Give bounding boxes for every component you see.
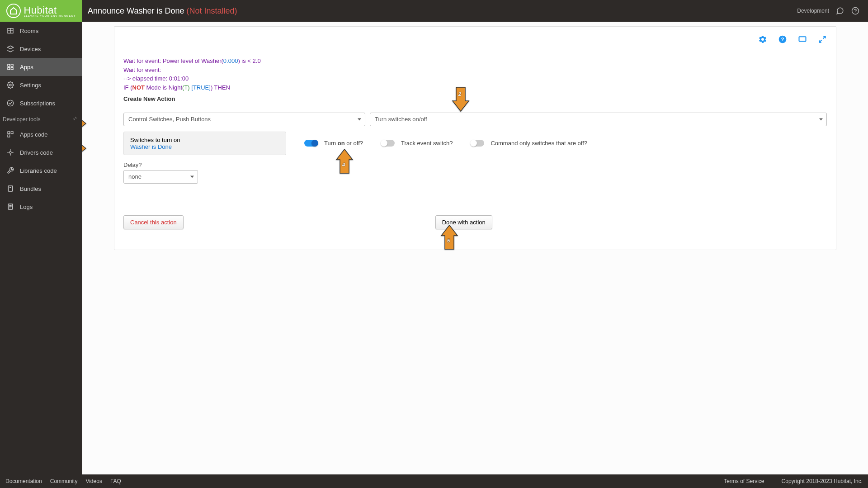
svg-rect-6 [11,64,13,66]
svg-rect-13 [8,135,10,137]
dev-tools-header[interactable]: Developer tools [0,112,82,125]
log-if: IF ( [123,84,132,91]
logs-icon [6,203,14,211]
rooms-icon [6,27,14,35]
logo-subtitle: ELEVATE YOUR ENVIRONMENT [24,14,75,17]
switches-config-row: Switches to turn on Washer is Done Turn … [123,132,827,155]
help-circle-icon[interactable]: ? [778,35,787,44]
main-panel: ? Wait for event: Power level of Washer(… [114,26,836,250]
monitor-icon[interactable] [798,35,807,44]
log-t: (T) [182,84,190,91]
sidebar-item-bundles[interactable]: Bundles [0,180,82,198]
svg-rect-27 [799,37,806,41]
nav-label: Apps code [20,131,47,138]
switches-label: Switches to turn on [130,137,279,143]
sidebar-item-logs[interactable]: Logs [0,198,82,216]
sidebar-item-libraries-code[interactable]: Libraries code [0,161,82,180]
apps-icon [6,63,14,71]
command-only-toggle[interactable] [471,140,484,147]
svg-rect-11 [8,132,10,134]
sidebar-item-apps[interactable]: Apps [0,58,82,76]
sidebar-item-drivers-code[interactable]: Drivers code [0,143,82,161]
nav-label: Settings [20,82,41,89]
section-title: Create New Action [123,95,827,104]
caret-down-icon [190,175,194,178]
subscriptions-icon [6,99,14,107]
caret-down-icon [358,118,361,120]
nav-label: Logs [20,204,33,210]
toolbar: ? [123,35,827,44]
svg-text:?: ? [781,36,784,42]
nav-label: Rooms [20,28,38,34]
cancel-button[interactable]: Cancel this action [123,215,184,229]
log-text: ) is < 2.0 [238,57,260,64]
sidebar-item-rooms[interactable]: Rooms [0,22,82,40]
nav-label: Libraries code [20,167,57,174]
title-text: Announce Washer is Done [88,6,184,15]
install-status: (Not Installed) [186,6,237,15]
turn-on-off-group: Turn on or off? [304,140,363,147]
log-text: --> elapsed time: 0:01:00 [123,74,827,83]
sidebar-item-settings[interactable]: Settings [0,76,82,94]
footer-community[interactable]: Community [50,478,78,484]
svg-rect-7 [8,67,10,70]
chat-icon[interactable] [835,6,844,15]
settings-icon [6,81,14,89]
logo-icon [6,4,21,18]
toggle-label: Track event switch? [401,140,453,147]
on-off-toggle[interactable] [304,140,318,147]
action-buttons: Cancel this action Done with action [123,215,827,229]
header-right: Development [797,6,868,15]
svg-rect-12 [11,132,13,134]
footer: Documentation Community Videos FAQ Terms… [0,474,868,488]
switches-select[interactable]: Switches to turn on Washer is Done [123,132,286,155]
collapse-icon[interactable] [72,116,78,123]
select-value: Control Switches, Push Buttons [128,116,211,123]
footer-documentation[interactable]: Documentation [5,478,42,484]
action-subtype-select[interactable]: Turn switches on/off [370,113,827,126]
annotation-arrow-1: 1 [82,114,87,134]
annotation-arrow-4: 4 [335,148,354,177]
sidebar-item-devices[interactable]: Devices [0,40,82,58]
caret-down-icon [819,118,823,120]
svg-rect-8 [11,67,13,70]
toggle-label: Command only switches that are off? [491,140,587,147]
annotation-arrow-3: 3 [82,139,87,159]
sidebar-item-apps-code[interactable]: Apps code [0,125,82,143]
content-area: ? Wait for event: Power level of Washer(… [82,22,868,474]
nav-label: Devices [20,46,41,52]
log-then: ) THEN [211,84,230,91]
annotation-arrow-5: 5 [440,224,458,253]
log-true: [TRUE] [190,84,211,91]
gear-icon[interactable] [758,35,767,44]
footer-terms[interactable]: Terms of Service [724,478,764,484]
svg-point-14 [9,152,11,153]
apps-code-icon [6,130,14,138]
nav-label: Subscriptions [20,100,55,107]
nav-label: Apps [20,64,33,71]
expand-icon[interactable] [818,35,827,44]
sidebar-item-subscriptions[interactable]: Subscriptions [0,94,82,112]
dev-label: Development [797,8,829,14]
log-text: Wait for event: Power level of Washer( [123,57,223,64]
nav-label: Bundles [20,185,41,192]
delay-select[interactable]: none [123,170,198,184]
footer-copyright: Copyright 2018-2023 Hubitat, Inc. [782,478,863,484]
rule-log: Wait for event: Power level of Washer(0.… [123,57,827,104]
track-event-toggle[interactable] [381,140,395,147]
log-not: NOT [132,84,145,91]
header: Hubitat ELEVATE YOUR ENVIRONMENT Announc… [0,0,868,22]
help-icon[interactable] [851,6,860,15]
switches-value: Washer is Done [130,143,279,150]
svg-point-10 [7,100,13,106]
action-category-select[interactable]: Control Switches, Push Buttons [123,113,365,126]
logo[interactable]: Hubitat ELEVATE YOUR ENVIRONMENT [0,0,82,22]
svg-rect-5 [8,64,10,66]
bundles-icon [6,185,14,193]
track-event-group: Track event switch? [381,140,453,147]
footer-faq[interactable]: FAQ [110,478,121,484]
command-only-group: Command only switches that are off? [471,140,587,147]
footer-videos[interactable]: Videos [85,478,102,484]
devices-icon [6,45,14,53]
sidebar: Rooms Devices Apps Settings Subscription… [0,22,82,474]
